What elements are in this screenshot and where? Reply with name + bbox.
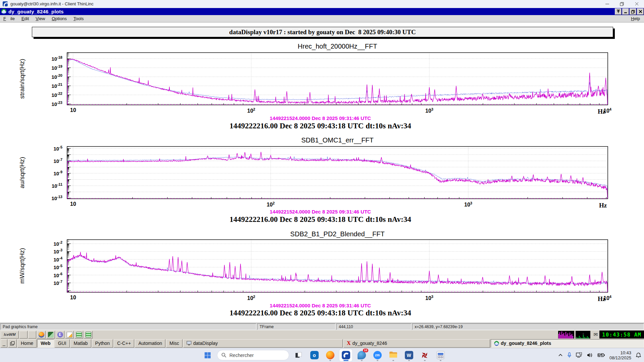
workspace-python[interactable]: Python bbox=[92, 339, 113, 348]
plot3-title: SDB2_B1_PD2_Blended__FFT bbox=[237, 230, 438, 238]
app-minimize-button[interactable] bbox=[622, 8, 629, 15]
close-icon bbox=[635, 2, 639, 6]
y-tick-label: 10-9 bbox=[39, 170, 62, 176]
window-list-button[interactable] bbox=[8, 339, 17, 348]
restore-button[interactable] bbox=[614, 0, 629, 8]
y-tick-label: 10-2 bbox=[39, 240, 62, 247]
y-tick-label: 10-19 bbox=[39, 64, 62, 71]
volume-icon[interactable] bbox=[587, 353, 593, 358]
minimize-button[interactable] bbox=[600, 0, 614, 8]
y-tick-label: 10-18 bbox=[39, 55, 62, 62]
task-dy-gouaty-8246-plots[interactable]: dy_gouaty_8246_plots bbox=[491, 339, 644, 348]
plot1-title: Hrec_hoft_20000Hz__FFT bbox=[237, 43, 438, 50]
microphone-icon[interactable] bbox=[567, 352, 572, 358]
show-desktop-button[interactable]: _ bbox=[1, 339, 7, 348]
zoom-taskbar-item[interactable]: zm bbox=[371, 349, 384, 361]
status-class: TFrame bbox=[257, 323, 335, 330]
y-tick-label: 10-7 bbox=[39, 280, 62, 286]
icewm-blank-button-1[interactable] bbox=[19, 331, 28, 339]
apps-launcher-icon[interactable] bbox=[46, 331, 55, 339]
tray-clock[interactable]: 10:43 08/12/2025 bbox=[609, 350, 631, 360]
screen: gouaty@ctrl30.virgo.infn.it - Client Thi… bbox=[0, 0, 644, 362]
app-close-button[interactable] bbox=[637, 8, 644, 15]
y-tick-label: 10-21 bbox=[39, 82, 62, 89]
menu-options[interactable]: Options bbox=[48, 16, 70, 21]
x-axis-unit-label: Hz bbox=[598, 108, 605, 115]
task-view-button[interactable] bbox=[292, 349, 305, 361]
network-monitor bbox=[576, 331, 590, 339]
app-window-titlebar[interactable]: dy_gouaty_8246_plots bbox=[0, 8, 644, 15]
mailbox-icon[interactable]: ✉ bbox=[593, 331, 598, 338]
workspace-ccpp[interactable]: C-C++ bbox=[114, 339, 134, 348]
tray-overflow-chevron[interactable] bbox=[558, 354, 563, 357]
rollup-icon bbox=[616, 10, 620, 13]
menu-edit[interactable]: Edit bbox=[18, 16, 32, 21]
emacs-launcher-icon[interactable]: E bbox=[56, 331, 64, 339]
plot2-avg-label: 1449222216.00 Dec 8 2025 09:43:18 UTC dt… bbox=[0, 215, 641, 224]
calculator-taskbar-item[interactable] bbox=[434, 349, 447, 361]
menu-view[interactable]: View bbox=[32, 16, 48, 21]
notification-badge: 10 bbox=[363, 349, 368, 352]
x11-icon: X bbox=[347, 340, 351, 346]
outlook-taskbar-item[interactable]: o bbox=[308, 349, 321, 361]
y-tick-label: 10-22 bbox=[39, 92, 62, 98]
window-stack-icon bbox=[10, 341, 15, 346]
workspace-matlab[interactable]: Matlab bbox=[70, 339, 91, 348]
task-datadisplay[interactable]: dataDisplay bbox=[183, 339, 343, 348]
terminal-launcher-icon-1[interactable] bbox=[74, 331, 83, 339]
tray-time: 10:43 bbox=[609, 350, 631, 355]
y-tick-label: 10-5 bbox=[39, 145, 62, 152]
y-tick-label: 10-13 bbox=[39, 195, 62, 201]
close-button[interactable] bbox=[629, 0, 644, 8]
terminal-launcher-icon-2[interactable] bbox=[84, 331, 93, 339]
workspace-home[interactable]: Home bbox=[17, 339, 37, 348]
x-tick-label: 102 bbox=[247, 107, 255, 114]
x-tick-label: 10 bbox=[70, 107, 76, 113]
notification-app-taskbar-item[interactable]: 10 bbox=[355, 349, 368, 361]
menu-help[interactable]: Help bbox=[631, 16, 644, 21]
x-tick-label: 102 bbox=[247, 295, 255, 301]
editor-launcher-icon[interactable] bbox=[65, 331, 74, 339]
statusbar: Pad graphics frame TFrame 444,110 x=26.4… bbox=[0, 323, 644, 330]
app-close-icon bbox=[639, 10, 642, 13]
icewm-menu-button[interactable]: IceWM bbox=[1, 331, 19, 339]
battery-icon[interactable] bbox=[597, 353, 605, 357]
plot3-ylabel: mW/sqrt(Hz) bbox=[18, 248, 26, 284]
search-icon bbox=[221, 353, 226, 358]
windows-logo-icon bbox=[204, 352, 211, 359]
y-tick-label: 10-23 bbox=[39, 101, 62, 107]
word-taskbar-item[interactable]: W bbox=[402, 349, 415, 361]
thinlinc-titlebar: gouaty@ctrl30.virgo.infn.it - Client Thi… bbox=[0, 0, 644, 8]
firefox-launcher-icon[interactable] bbox=[37, 331, 46, 339]
rollup-button[interactable] bbox=[615, 8, 622, 15]
restore-icon bbox=[620, 2, 624, 6]
plot-canvas[interactable] bbox=[0, 22, 644, 323]
menu-tools[interactable]: Tools bbox=[70, 16, 87, 21]
start-button[interactable] bbox=[201, 349, 214, 361]
menu-file[interactable]: FFileile bbox=[0, 16, 18, 21]
app-minimize-icon bbox=[624, 10, 628, 13]
task-dy-gouaty-8246[interactable]: X dy_gouaty_8246 bbox=[343, 339, 490, 348]
icewm-blank-button-2[interactable] bbox=[28, 331, 36, 339]
firefox-icon bbox=[326, 351, 334, 359]
workspace-web[interactable]: Web bbox=[37, 339, 54, 348]
plot3-epoch-label: 1449221524.0000 Dec 8 2025 09:31:46 UTC bbox=[0, 303, 641, 308]
notification-bell-icon[interactable]: z bbox=[636, 352, 641, 358]
calculator-icon bbox=[436, 351, 445, 359]
y-tick-label: 10-7 bbox=[39, 158, 62, 164]
display-cast-icon[interactable] bbox=[576, 352, 583, 358]
workspace-misc[interactable]: Misc bbox=[166, 339, 182, 348]
task-view-icon bbox=[295, 352, 302, 359]
search-box[interactable]: Rechercher bbox=[217, 350, 289, 360]
explorer-taskbar-item[interactable] bbox=[387, 349, 399, 361]
app-maximize-button[interactable] bbox=[630, 8, 636, 15]
y-tick-label: 10-11 bbox=[39, 182, 62, 189]
red-app-taskbar-item[interactable] bbox=[418, 349, 431, 361]
x-tick-label: 103 bbox=[425, 107, 433, 114]
firefox-taskbar-item[interactable] bbox=[324, 349, 336, 361]
thinlinc-taskbar-item[interactable] bbox=[339, 349, 352, 361]
workspace-gui[interactable]: GUI bbox=[55, 339, 70, 348]
minimize-icon bbox=[605, 2, 609, 6]
thinlinc-title: gouaty@ctrl30.virgo.infn.it - Client Thi… bbox=[10, 1, 94, 6]
workspace-automation[interactable]: Automation bbox=[135, 339, 165, 348]
